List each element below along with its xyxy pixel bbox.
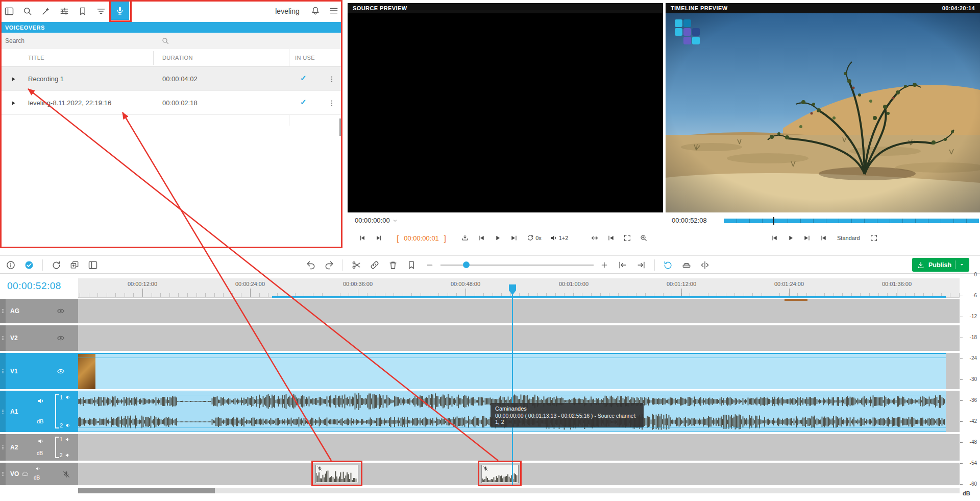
timeline-current-timecode: 00:00:52:08 [7,280,61,292]
track-visibility-toggle[interactable] [53,330,68,346]
voiceover-row-recording-1[interactable]: Recording 1 00:00:04:02 ✓ [0,67,342,91]
row-options-button[interactable] [323,94,341,112]
fullscreen-button[interactable] [620,230,635,246]
insert-to-timeline-button[interactable] [457,230,473,246]
track-db-label[interactable]: dB [34,475,40,481]
voiceover-record-button[interactable] [111,2,129,20]
clip-thumbnail [78,354,95,389]
play-button[interactable] [490,230,505,246]
zoom-out-button[interactable] [422,257,437,273]
channel-2[interactable]: 2 [60,422,71,428]
channel-bracket: 1 2 [55,437,70,458]
play-voiceover-button[interactable] [4,94,22,112]
db-scale-label: -48 [962,439,977,445]
toggle-panel-button[interactable] [85,257,101,273]
go-to-in-icon [819,234,827,242]
loop-speed-button[interactable]: 0x [523,230,545,246]
ruler-label: 00:01:24:00 [766,281,812,287]
track-visibility-toggle[interactable] [53,303,68,319]
voiceover-row-leveling[interactable]: leveling-8.11.2022, 22:19:16 00:00:02:18… [0,91,342,115]
main-menu-button[interactable] [325,2,343,20]
next-frame-button[interactable] [371,230,386,246]
voiceover-clip-1[interactable] [315,465,358,483]
channel-2[interactable]: 2 [60,452,70,458]
track-mute-toggle[interactable] [35,435,47,447]
voiceover-record-arm-button[interactable] [60,468,72,481]
sequence-info-button[interactable] [3,257,18,273]
playback-quality[interactable]: Standard [837,235,860,241]
row-options-button[interactable] [323,70,341,88]
zoom-in-button[interactable] [597,257,612,273]
layout-panels-button[interactable] [0,2,18,20]
redo-button[interactable] [322,257,337,273]
source-timecode-dropdown[interactable]: 00:00:00:00 [355,217,398,224]
go-to-end-button[interactable] [799,230,815,246]
channel-1[interactable]: 1 [60,394,71,400]
publish-button[interactable]: Publish [912,258,969,272]
track-mute-toggle[interactable] [35,395,47,407]
zoom-in-button[interactable] [636,230,651,246]
project-name[interactable]: leveling [267,0,308,22]
cut-clip-button[interactable] [349,257,364,273]
track-db-label[interactable]: dB [37,418,43,424]
add-layer-button[interactable] [67,257,82,273]
playhead-line[interactable] [512,295,513,485]
play-button[interactable] [783,230,798,246]
delete-clip-button[interactable] [385,257,401,273]
voiceovers-search [0,33,342,49]
go-to-start-button[interactable] [474,230,489,246]
panel-scrollbar-thumb[interactable] [339,118,342,136]
link-clips-button[interactable] [367,257,382,273]
notifications-button[interactable] [306,2,325,20]
audio-channels-button[interactable]: 1+2 [546,230,572,246]
fullscreen-button[interactable] [866,230,881,246]
scrollbar-thumb[interactable] [78,488,215,493]
track-drag-handle[interactable] [0,325,6,351]
sequence-approve-button[interactable] [21,257,37,273]
razor-tool-button[interactable] [679,257,694,273]
undo-button[interactable] [303,257,318,273]
fit-width-button[interactable] [587,230,602,246]
timeline-marker[interactable] [785,299,807,301]
skip-to-start-icon [477,234,485,242]
filter-button[interactable] [92,2,110,20]
voiceover-clip-2[interactable] [481,465,519,483]
timeline-zoom-slider[interactable] [440,257,594,273]
preview-scrubber[interactable] [724,219,979,223]
track-drag-handle[interactable] [0,391,6,432]
search-input[interactable] [0,37,153,44]
track-drag-handle[interactable] [0,299,6,323]
audio-mixer-button[interactable] [55,2,74,20]
track-ag-body [78,299,960,323]
clip-tooltip: Caminandes 00:00:00:00 ( 00:01:13:13 - 0… [491,403,644,427]
channel-1[interactable]: 1 [60,437,70,442]
play-voiceover-button[interactable] [4,70,22,88]
previous-frame-button[interactable] [355,230,370,246]
go-to-start-button[interactable] [767,230,782,246]
markers-button[interactable] [74,2,92,20]
track-mute-toggle[interactable] [33,464,43,473]
slider-handle[interactable] [463,261,470,268]
jump-to-previous-edit-button[interactable] [615,257,630,273]
go-to-mark-in-button[interactable] [603,230,619,246]
go-to-mark-in-button[interactable] [816,230,831,246]
refresh-sequence-button[interactable] [48,257,64,273]
trim-tool-button[interactable] [697,257,713,273]
timeline-scrollbar[interactable] [78,488,960,493]
track-drag-handle[interactable] [0,463,6,485]
timeline-ruler[interactable]: 00:00:12:00 00:00:24:00 00:00:36:00 00:0… [78,278,960,298]
effects-button[interactable] [37,2,55,20]
loop-playback-button[interactable] [660,257,676,273]
jump-to-next-edit-button[interactable] [633,257,649,273]
add-layer-icon [69,260,80,270]
mark-in-bracket[interactable]: [ [397,234,399,243]
track-drag-handle[interactable] [0,434,6,461]
track-db-label[interactable]: dB [37,450,43,456]
track-drag-handle[interactable] [0,353,6,389]
search-tool-button[interactable] [18,2,37,20]
add-marker-button[interactable] [404,257,419,273]
mark-out-bracket[interactable]: ] [444,234,446,243]
go-to-end-button[interactable] [506,230,522,246]
scrubber-position-marker[interactable] [773,217,774,225]
track-visibility-toggle[interactable] [53,364,68,379]
